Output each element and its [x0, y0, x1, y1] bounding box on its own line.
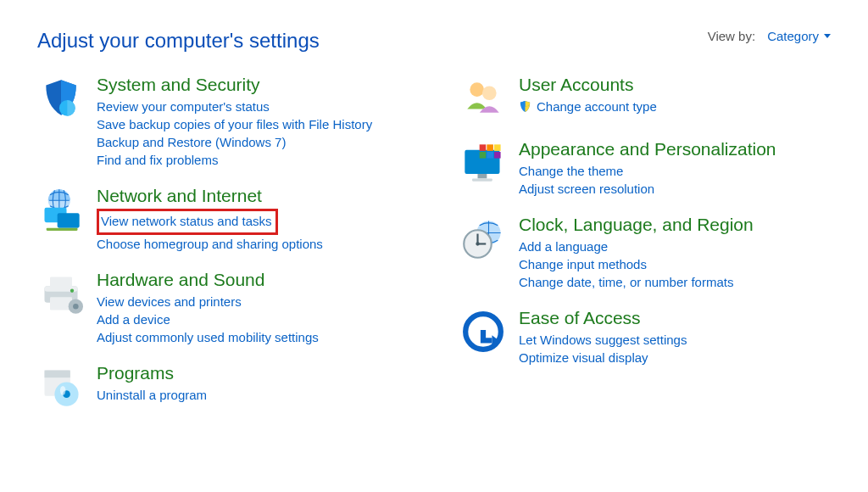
svg-rect-21: [472, 178, 492, 181]
shield-icon: [37, 75, 85, 122]
category-title-clock-language[interactable]: Clock, Language, and Region: [519, 215, 754, 235]
programs-icon: [37, 363, 85, 411]
globe-network-icon: [37, 186, 85, 233]
category-ease-of-access: Ease of Access Let Windows suggest setti…: [459, 308, 831, 366]
svg-rect-25: [480, 152, 487, 159]
svg-point-11: [73, 304, 79, 310]
view-by-dropdown[interactable]: Category: [767, 29, 831, 43]
clock-globe-icon: [459, 215, 507, 262]
link-network-status[interactable]: View network status and tasks: [101, 213, 272, 230]
printer-icon: [37, 270, 85, 317]
link-devices-printers[interactable]: View devices and printers: [97, 294, 242, 309]
monitor-colors-icon: [459, 139, 507, 187]
link-screen-resolution[interactable]: Adjust screen resolution: [519, 182, 654, 196]
category-system-security: System and Security Review your computer…: [37, 75, 409, 169]
category-programs: Programs Uninstall a program: [37, 363, 409, 411]
svg-point-16: [60, 386, 66, 395]
svg-point-17: [470, 82, 484, 97]
view-by-control: View by: Category: [708, 29, 831, 43]
link-uninstall-program[interactable]: Uninstall a program: [97, 388, 207, 402]
svg-rect-7: [50, 277, 72, 288]
svg-point-32: [476, 242, 479, 245]
svg-rect-27: [494, 152, 501, 159]
link-suggest-settings[interactable]: Let Windows suggest settings: [519, 333, 687, 347]
category-title-appearance[interactable]: Appearance and Personalization: [519, 139, 776, 159]
view-by-label: View by:: [708, 29, 755, 43]
category-title-user-accounts[interactable]: User Accounts: [519, 75, 633, 95]
link-review-status[interactable]: Review your computer's status: [97, 99, 270, 114]
chevron-down-icon: [824, 34, 831, 38]
svg-rect-20: [478, 174, 487, 178]
svg-rect-4: [47, 228, 78, 231]
svg-rect-3: [58, 213, 80, 227]
svg-rect-26: [487, 152, 493, 159]
uac-shield-icon: [519, 100, 531, 113]
link-add-language[interactable]: Add a language: [519, 239, 608, 254]
category-title-system-security[interactable]: System and Security: [97, 75, 260, 95]
view-by-value: Category: [767, 29, 819, 43]
page-title: Adjust your computer's settings: [37, 29, 320, 53]
category-title-programs[interactable]: Programs: [97, 363, 174, 383]
link-mobility-settings[interactable]: Adjust commonly used mobility settings: [97, 330, 319, 344]
link-input-methods[interactable]: Change input methods: [519, 257, 647, 271]
svg-rect-22: [480, 144, 487, 151]
category-appearance: Appearance and Personalization Change th…: [459, 139, 831, 198]
link-optimize-visual[interactable]: Optimize visual display: [519, 350, 648, 365]
svg-rect-13: [45, 371, 70, 378]
svg-point-18: [482, 86, 497, 100]
category-title-hardware-sound[interactable]: Hardware and Sound: [97, 270, 264, 290]
ease-of-access-icon: [459, 308, 507, 355]
link-date-time-formats[interactable]: Change date, time, or number formats: [519, 275, 733, 289]
highlight-annotation: View network status and tasks: [97, 209, 278, 235]
link-fix-problems[interactable]: Find and fix problems: [97, 153, 218, 167]
svg-point-9: [70, 289, 74, 293]
svg-rect-24: [494, 144, 501, 151]
svg-rect-23: [487, 144, 493, 151]
category-title-ease-of-access[interactable]: Ease of Access: [519, 308, 641, 328]
users-icon: [459, 75, 507, 122]
link-backup-restore[interactable]: Backup and Restore (Windows 7): [97, 135, 286, 149]
category-hardware-sound: Hardware and Sound View devices and prin…: [37, 270, 409, 346]
category-user-accounts: User Accounts Change account type: [459, 75, 831, 122]
category-clock-language: Clock, Language, and Region Add a langua…: [459, 215, 831, 291]
category-title-network-internet[interactable]: Network and Internet: [97, 186, 262, 206]
link-file-history[interactable]: Save backup copies of your files with Fi…: [97, 117, 372, 131]
link-change-theme[interactable]: Change the theme: [519, 164, 623, 178]
link-homegroup[interactable]: Choose homegroup and sharing options: [97, 237, 323, 251]
link-change-account-type[interactable]: Change account type: [537, 99, 657, 114]
category-network-internet: Network and Internet View network status…: [37, 186, 409, 253]
link-add-device[interactable]: Add a device: [97, 312, 170, 327]
